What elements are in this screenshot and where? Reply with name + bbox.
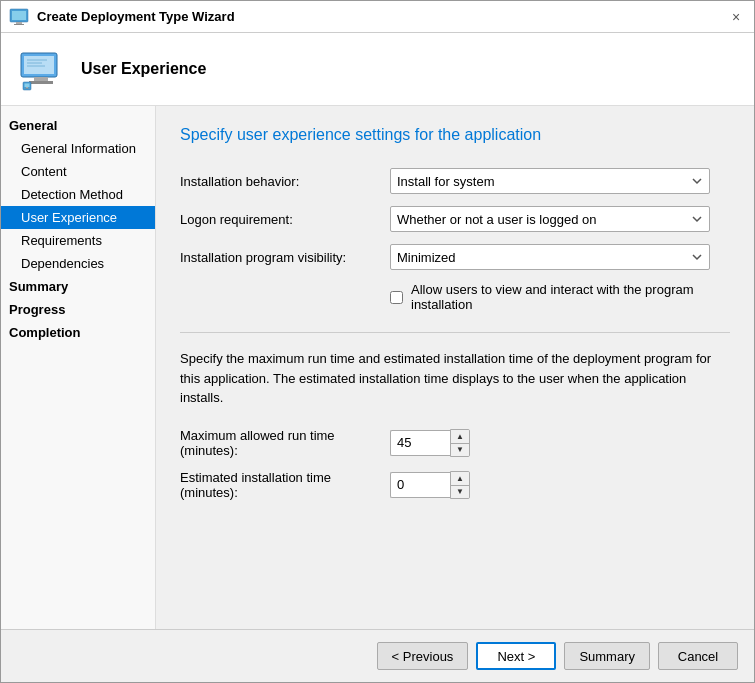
allow-users-checkbox[interactable]	[390, 291, 403, 304]
max-runtime-label: Maximum allowed run time (minutes):	[180, 428, 390, 458]
summary-button[interactable]: Summary	[564, 642, 650, 670]
close-button[interactable]: ×	[726, 7, 746, 27]
installation-behavior-select[interactable]: Install for system Install for user Inst…	[390, 168, 710, 194]
svg-rect-12	[25, 84, 30, 88]
svg-rect-9	[34, 77, 48, 81]
svg-rect-1	[12, 11, 26, 20]
form-row-visibility: Installation program visibility: Minimiz…	[180, 244, 730, 270]
header-title: User Experience	[81, 60, 206, 78]
estimated-time-spinbox: ▲ ▼	[390, 471, 470, 499]
max-runtime-spin-down[interactable]: ▼	[451, 443, 469, 456]
header-bar: User Experience	[1, 33, 754, 106]
window-title: Create Deployment Type Wizard	[37, 9, 235, 24]
title-bar: Create Deployment Type Wizard ×	[1, 1, 754, 33]
svg-rect-13	[26, 87, 28, 88]
estimated-time-spin-up[interactable]: ▲	[451, 472, 469, 485]
svg-rect-10	[29, 81, 53, 84]
svg-rect-5	[24, 56, 54, 74]
visibility-control: Minimized Normal Hidden Maximized	[390, 244, 710, 270]
main-window: Create Deployment Type Wizard × User	[0, 0, 755, 683]
sidebar: General General Information Content Dete…	[1, 106, 156, 629]
logon-requirement-select[interactable]: Whether or not a user is logged on Only …	[390, 206, 710, 232]
content-title: Specify user experience settings for the…	[180, 126, 730, 144]
sidebar-section-completion: Completion	[1, 321, 155, 344]
form-section-behavior: Installation behavior: Install for syste…	[180, 168, 730, 312]
svg-rect-14	[25, 88, 29, 89]
footer: < Previous Next > Summary Cancel	[1, 629, 754, 682]
cancel-button[interactable]: Cancel	[658, 642, 738, 670]
sidebar-item-general-information[interactable]: General Information	[1, 137, 155, 160]
svg-rect-2	[16, 22, 22, 24]
sidebar-item-dependencies[interactable]: Dependencies	[1, 252, 155, 275]
visibility-label: Installation program visibility:	[180, 250, 390, 265]
max-runtime-spinbox: ▲ ▼	[390, 429, 470, 457]
sidebar-item-requirements[interactable]: Requirements	[1, 229, 155, 252]
max-runtime-spin-buttons: ▲ ▼	[450, 429, 470, 457]
max-runtime-spin-up[interactable]: ▲	[451, 430, 469, 443]
window-icon	[9, 7, 29, 27]
estimated-time-input[interactable]	[390, 472, 450, 498]
next-button[interactable]: Next >	[476, 642, 556, 670]
estimated-time-label: Estimated installation time (minutes):	[180, 470, 390, 500]
description-text: Specify the maximum run time and estimat…	[180, 349, 730, 408]
form-row-max-runtime: Maximum allowed run time (minutes): ▲ ▼	[180, 428, 730, 458]
sidebar-item-user-experience[interactable]: User Experience	[1, 206, 155, 229]
header-computer-icon	[17, 45, 65, 93]
allow-users-label: Allow users to view and interact with th…	[411, 282, 730, 312]
header-icon	[17, 45, 65, 93]
max-runtime-input[interactable]	[390, 430, 450, 456]
logon-requirement-control: Whether or not a user is logged on Only …	[390, 206, 710, 232]
checkbox-row-allow-users: Allow users to view and interact with th…	[180, 282, 730, 312]
estimated-time-spin-buttons: ▲ ▼	[450, 471, 470, 499]
sidebar-section-general: General	[1, 114, 155, 137]
form-row-estimated-time: Estimated installation time (minutes): ▲…	[180, 470, 730, 500]
main-content: General General Information Content Dete…	[1, 106, 754, 629]
svg-rect-3	[14, 24, 24, 25]
content-area: Specify user experience settings for the…	[156, 106, 754, 629]
sidebar-section-summary: Summary	[1, 275, 155, 298]
estimated-time-spin-down[interactable]: ▼	[451, 485, 469, 498]
sidebar-item-detection-method[interactable]: Detection Method	[1, 183, 155, 206]
section-divider	[180, 332, 730, 333]
logon-requirement-label: Logon requirement:	[180, 212, 390, 227]
visibility-select[interactable]: Minimized Normal Hidden Maximized	[390, 244, 710, 270]
installation-behavior-control: Install for system Install for user Inst…	[390, 168, 710, 194]
sidebar-section-progress: Progress	[1, 298, 155, 321]
form-row-installation-behavior: Installation behavior: Install for syste…	[180, 168, 730, 194]
form-row-logon-requirement: Logon requirement: Whether or not a user…	[180, 206, 730, 232]
previous-button[interactable]: < Previous	[377, 642, 469, 670]
title-bar-left: Create Deployment Type Wizard	[9, 7, 235, 27]
sidebar-item-content[interactable]: Content	[1, 160, 155, 183]
installation-behavior-label: Installation behavior:	[180, 174, 390, 189]
